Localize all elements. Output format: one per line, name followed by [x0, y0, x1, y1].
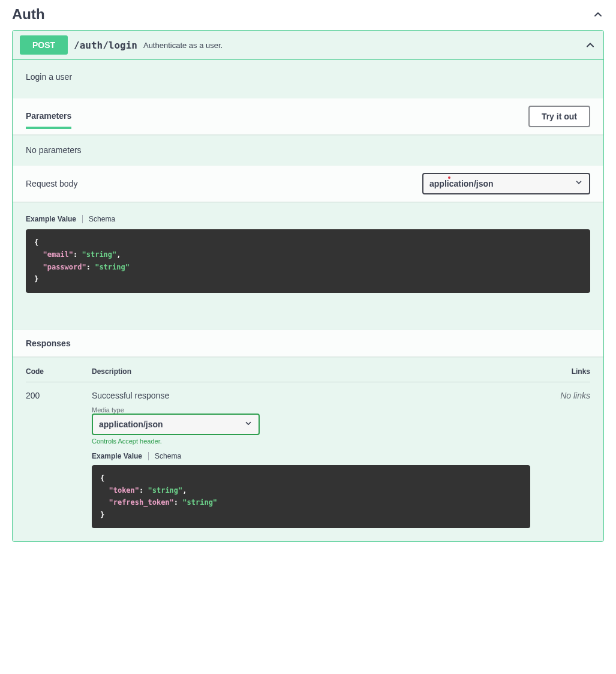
responses-bar: Responses	[13, 330, 603, 357]
response-links: No links	[536, 391, 590, 400]
request-body-example: Example Value Schema { "email": "string"…	[13, 202, 603, 306]
required-dot-icon	[448, 176, 450, 179]
content-type-select[interactable]: application/json	[422, 173, 590, 194]
media-type-label: Media type	[92, 406, 530, 414]
try-it-out-button[interactable]: Try it out	[528, 106, 590, 127]
no-parameters-text: No parameters	[13, 134, 603, 166]
method-badge: POST	[20, 35, 68, 55]
response-description: Successful response	[92, 391, 530, 400]
opblock-body: Login a user Parameters Try it out No pa…	[13, 59, 603, 541]
media-type-select[interactable]: application/json	[92, 414, 260, 435]
responses-heading: Responses	[26, 339, 590, 348]
endpoint-path: /auth/login	[74, 40, 137, 51]
opblock-summary[interactable]: POST /auth/login Authenticate as a user.	[13, 31, 603, 59]
request-body-bar: Request body application/json	[13, 166, 603, 202]
parameters-heading: Parameters	[26, 111, 71, 129]
tab-schema[interactable]: Schema	[89, 215, 115, 223]
tab-example-value[interactable]: Example Value	[26, 215, 76, 223]
tab-schema[interactable]: Schema	[155, 452, 181, 460]
chevron-up-icon	[584, 39, 596, 51]
tab-divider	[148, 452, 149, 460]
request-body-label: Request body	[26, 179, 77, 188]
col-links: Links	[536, 367, 590, 376]
operation-description: Login a user	[13, 60, 603, 98]
response-description-cell: Successful response Media type applicati…	[92, 391, 530, 529]
section-header[interactable]: Auth	[12, 0, 604, 30]
parameters-bar: Parameters Try it out	[13, 98, 603, 134]
response-code-block[interactable]: { "token": "string", "refresh_token": "s…	[92, 465, 530, 529]
chevron-up-icon	[592, 8, 604, 20]
content-type-select-wrap: application/json	[422, 173, 590, 194]
col-code: Code	[26, 367, 86, 376]
response-body: Example Value Schema { "token": "string"…	[92, 452, 530, 529]
response-tabs: Example Value Schema	[92, 452, 530, 460]
tab-example-value[interactable]: Example Value	[92, 452, 142, 460]
response-code: 200	[26, 391, 86, 400]
opblock-post: POST /auth/login Authenticate as a user.…	[12, 30, 604, 542]
responses-header-row: Code Description Links	[26, 367, 590, 382]
section-title: Auth	[12, 6, 45, 23]
response-row: 200 Successful response Media type appli…	[26, 382, 590, 529]
endpoint-summary: Authenticate as a user.	[143, 41, 223, 50]
accept-header-hint: Controls Accept header.	[92, 438, 530, 445]
col-description: Description	[92, 367, 530, 376]
media-type-select-wrap: application/json	[92, 414, 260, 435]
request-body-code[interactable]: { "email": "string", "password": "string…	[26, 229, 590, 293]
responses-table: Code Description Links 200 Successful re…	[13, 357, 603, 542]
example-schema-tabs: Example Value Schema	[26, 215, 590, 223]
tab-divider	[82, 215, 83, 223]
